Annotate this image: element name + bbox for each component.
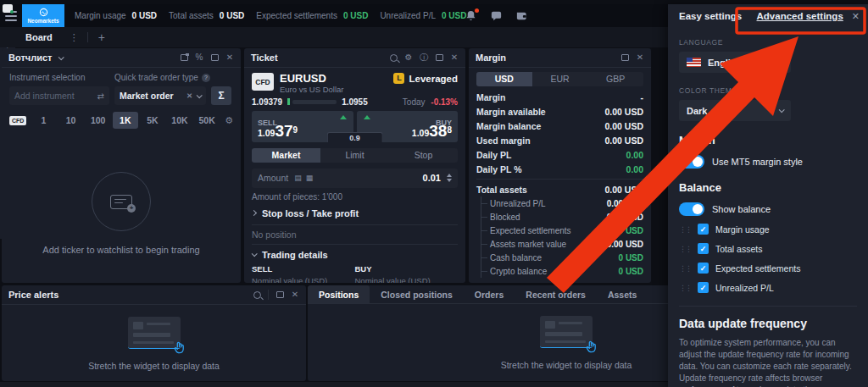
clear-icon[interactable]: ✕ [186,91,192,100]
color-theme-select[interactable]: Dark [679,100,791,121]
price-alerts-panel: Price alerts ✕ Stretch the widget to dis… [2,285,306,381]
qty-1[interactable]: 1 [31,112,56,129]
range-bar [292,100,337,104]
language-select[interactable]: English [679,52,791,73]
more-details-link[interactable]: More details [476,281,643,283]
brand-logo[interactable]: Neomarkets [22,4,64,27]
popout-icon[interactable] [180,54,188,61]
trading-details-expander[interactable]: Trading details [252,250,458,260]
maximize-icon[interactable] [620,54,629,61]
chevron-down-icon [779,107,785,113]
board-menu-icon[interactable]: ⋮ [61,32,87,43]
close-icon[interactable]: ✕ [450,53,459,62]
tab-orders[interactable]: Orders [464,285,515,303]
sub-row: Crypto balance0 USD [481,264,643,278]
account-metrics: Margin usage 0 USD Total assets 0 USD Ex… [75,11,466,20]
sub-row: Expected settlements0.00 USD [481,224,643,237]
add-board-button[interactable]: + [88,30,115,44]
search-icon[interactable] [389,54,398,62]
metric-value: 0 USD [132,11,157,20]
tab-closed-positions[interactable]: Closed positions [370,285,464,303]
swap-icon[interactable]: ⇄ [97,91,104,101]
checkbox-unrealized-pl[interactable]: ✓ [698,282,709,293]
help-icon[interactable]: ? [202,74,210,82]
tab-board[interactable]: Board [0,32,61,42]
checkbox-label: Unrealized P/L [715,283,774,293]
add-instrument-placeholder: Add instrument [14,91,75,101]
amount-label: Amount [258,173,288,183]
checkbox-expected-settlements[interactable]: ✓ [698,263,709,274]
bell-icon[interactable] [465,9,478,23]
watchlist-title[interactable]: Вотчлист [8,53,52,63]
checkbox-label: Total assets [715,244,762,254]
calculator-icon[interactable]: ▦ [306,174,314,182]
close-icon[interactable]: ✕ [291,290,299,299]
checkbox-row: ⋮⋮ ✓ Total assets [679,242,857,255]
amount-stepper[interactable] [447,174,452,182]
tab-limit[interactable]: Limit [320,148,389,163]
maximize-icon[interactable] [435,54,443,61]
language-label: LANGUAGE [679,38,857,47]
checkbox-margin-usage[interactable]: ✓ [698,224,709,235]
close-icon[interactable]: ✕ [225,53,234,62]
tab-recent-orders[interactable]: Recent orders [515,285,597,303]
gear-icon[interactable]: ⚙ [225,115,233,126]
search-icon[interactable] [253,291,261,299]
tab-eur[interactable]: EUR [532,72,588,86]
maximize-icon[interactable] [275,291,284,298]
qty-1k[interactable]: 1K [113,112,138,129]
gear-icon[interactable]: ⚙ [404,53,413,62]
drag-handle-icon[interactable]: ⋮⋮ [679,284,691,292]
price-up-icon [364,115,370,119]
drag-handle-icon[interactable]: ⋮⋮ [679,245,691,253]
drag-handle-icon[interactable]: ⋮⋮ [679,225,691,234]
qty-5k[interactable]: 5K [140,112,165,129]
tab-usd[interactable]: USD [476,72,532,86]
sell-column-header: SELL [252,264,355,274]
sub-row: Blocked0.00 USD [481,210,643,224]
margin-section-heading: Margin [679,134,857,147]
maximize-icon[interactable] [210,54,219,61]
order-type-select[interactable]: Market order ✕ [114,86,206,105]
checkbox-total-assets[interactable]: ✓ [698,243,709,254]
ticket-title: Ticket [251,53,278,63]
wallet-icon[interactable] [515,9,529,23]
close-icon[interactable]: ✕ [636,53,644,62]
tab-gbp[interactable]: GBP [587,72,643,86]
add-instrument-input[interactable]: Add instrument ⇄ [9,86,109,105]
amount-input[interactable]: Amount ▤ ▦ 0.01 [252,169,458,188]
checkbox-label: Margin usage [715,224,770,235]
easy-settings-label[interactable]: Easy settings [679,11,742,21]
qty-10[interactable]: 10 [58,112,84,129]
amount-value: 0.01 [423,173,441,183]
pieces-text: Amount of pieces: 1'000 [252,192,458,202]
mt5-toggle-label: Use MT5 margin style [712,157,803,167]
close-icon[interactable]: ✕ [852,11,860,22]
chevron-down-icon[interactable] [58,54,64,60]
drag-handle-icon[interactable]: ⋮⋮ [679,264,691,273]
sum-button[interactable]: Σ [211,86,231,105]
qty-100[interactable]: 100 [86,112,111,129]
percent-icon[interactable]: % [195,53,203,62]
language-value: English [708,58,742,68]
range-marker [287,98,290,105]
settings-header: Easy settings Advanced settings ✕ [668,4,868,28]
qty-50k[interactable]: 50K [194,112,220,129]
price-alerts-empty-state: Stretch the widget to display data [2,317,306,371]
tab-assets[interactable]: Assets [597,285,648,303]
order-type-value: Market order [120,91,174,101]
chevron-down-icon [252,251,258,257]
tab-positions[interactable]: Positions [308,285,370,303]
stop-loss-expander[interactable]: Stop loss / Take profit [252,208,458,218]
qty-10k[interactable]: 10K [167,112,192,129]
tab-market[interactable]: Market [252,148,320,163]
lots-icon[interactable]: ▤ [294,174,302,182]
watchlist-header: Вотчлист % ✕ [2,48,241,67]
advanced-settings-link[interactable]: Advanced settings [757,11,843,21]
show-balance-toggle[interactable] [679,202,704,216]
chat-icon[interactable] [490,9,504,23]
info-icon[interactable]: ⓘ [420,53,428,62]
tab-stop[interactable]: Stop [389,148,458,163]
today-change: -0.13% [431,97,458,107]
mt5-margin-toggle[interactable] [679,155,704,169]
